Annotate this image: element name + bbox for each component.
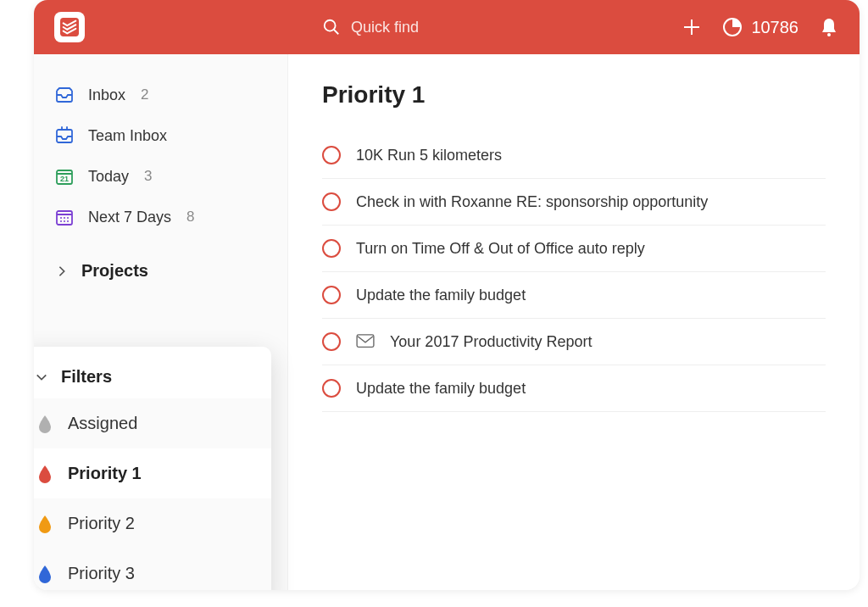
task-row[interactable]: Your 2017 Productivity Report <box>322 319 826 365</box>
filters-label: Filters <box>61 367 112 387</box>
today-icon: 21 <box>54 166 75 187</box>
nav-label: Next 7 Days <box>88 209 171 226</box>
svg-point-16 <box>60 220 62 222</box>
task-checkbox[interactable] <box>322 379 341 398</box>
nav-count: 8 <box>186 209 194 226</box>
main-content: Priority 1 10K Run 5 kilometersCheck in … <box>288 54 860 590</box>
karma-icon <box>722 17 743 37</box>
svg-point-6 <box>827 33 831 36</box>
filter-label: Assigned <box>68 414 137 433</box>
bell-icon[interactable] <box>819 17 839 37</box>
nav-label: Team Inbox <box>88 127 167 145</box>
filter-item-priority-3[interactable]: Priority 3 <box>34 549 271 590</box>
app-window: Quick find 10786 <box>34 0 860 590</box>
svg-point-13 <box>60 217 62 219</box>
nav-count: 3 <box>144 168 152 185</box>
task-checkbox[interactable] <box>322 332 341 351</box>
task-title: Check in with Roxanne RE: sponsorship op… <box>356 193 708 211</box>
svg-line-2 <box>334 30 339 35</box>
drop-icon <box>37 515 53 533</box>
sidebar-item-inbox[interactable]: Inbox 2 <box>34 75 287 115</box>
add-icon[interactable] <box>682 17 702 37</box>
task-row[interactable]: 10K Run 5 kilometers <box>322 132 826 179</box>
task-row[interactable]: Check in with Roxanne RE: sponsorship op… <box>322 179 826 226</box>
karma-count: 10786 <box>751 18 798 37</box>
task-row[interactable]: Update the family budget <box>322 365 826 412</box>
svg-point-14 <box>64 217 65 219</box>
app-logo[interactable] <box>54 12 85 42</box>
sidebar: Inbox 2 Team Inbox <box>34 54 288 590</box>
todoist-icon <box>60 18 79 36</box>
search-icon <box>322 18 341 36</box>
sidebar-item-today[interactable]: 21 Today 3 <box>34 156 287 197</box>
task-checkbox[interactable] <box>322 286 341 304</box>
envelope-icon <box>356 334 375 349</box>
chevron-right-icon <box>56 265 68 277</box>
projects-label: Projects <box>81 261 148 281</box>
task-checkbox[interactable] <box>322 146 341 164</box>
search-placeholder: Quick find <box>351 19 419 36</box>
task-row[interactable]: Turn on Time Off & Out of Office auto re… <box>322 226 826 272</box>
svg-point-17 <box>64 220 65 222</box>
chevron-down-icon <box>36 371 47 383</box>
search[interactable]: Quick find <box>322 18 419 36</box>
task-title: Update the family budget <box>356 380 526 398</box>
nav-label: Today <box>88 168 129 186</box>
nav-count: 2 <box>141 86 148 103</box>
task-title: Your 2017 Productivity Report <box>390 333 592 351</box>
drop-icon <box>37 415 53 433</box>
svg-rect-19 <box>357 335 374 347</box>
svg-point-18 <box>67 220 69 222</box>
drop-icon <box>37 465 53 483</box>
task-row[interactable]: Update the family budget <box>322 272 826 319</box>
sidebar-item-next7days[interactable]: Next 7 Days 8 <box>34 197 287 237</box>
task-title: Update the family budget <box>356 287 526 304</box>
filter-item-priority-2[interactable]: Priority 2 <box>34 498 271 549</box>
calendar-icon <box>54 207 75 227</box>
task-title: 10K Run 5 kilometers <box>356 147 502 164</box>
nav-label: Inbox <box>88 86 125 104</box>
filter-label: Priority 3 <box>68 564 135 583</box>
app-body: Inbox 2 Team Inbox <box>34 54 860 590</box>
task-checkbox[interactable] <box>322 192 341 211</box>
filter-label: Priority 2 <box>68 514 135 533</box>
karma-counter[interactable]: 10786 <box>722 17 798 37</box>
sidebar-section-filters[interactable]: Filters <box>34 354 271 398</box>
topbar-right: 10786 <box>682 17 839 37</box>
task-checkbox[interactable] <box>322 239 341 258</box>
topbar: Quick find 10786 <box>34 0 860 54</box>
team-inbox-icon <box>54 125 75 146</box>
sidebar-item-team-inbox[interactable]: Team Inbox <box>34 115 287 156</box>
svg-point-1 <box>325 20 336 31</box>
svg-text:21: 21 <box>60 175 69 183</box>
task-title: Turn on Time Off & Out of Office auto re… <box>356 240 645 258</box>
filter-item-assigned[interactable]: Assigned <box>34 398 271 448</box>
sidebar-section-projects[interactable]: Projects <box>34 249 287 292</box>
filter-label: Priority 1 <box>68 464 142 483</box>
filter-item-priority-1[interactable]: Priority 1 <box>34 448 271 498</box>
task-list: 10K Run 5 kilometersCheck in with Roxann… <box>322 132 826 412</box>
inbox-icon <box>54 85 75 105</box>
svg-point-15 <box>67 217 69 219</box>
filters-panel: Filters Assigned Priority 1 <box>34 347 271 590</box>
drop-icon <box>37 565 53 583</box>
page-title: Priority 1 <box>322 81 826 109</box>
